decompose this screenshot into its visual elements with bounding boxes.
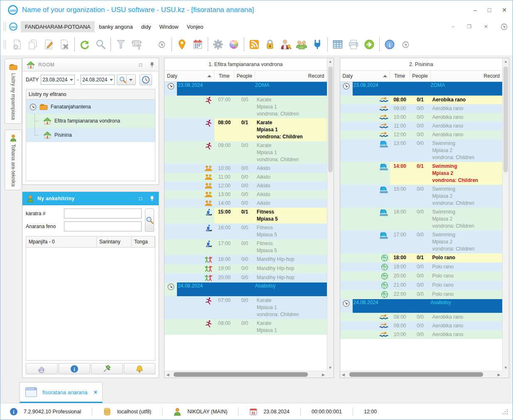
mdi-more-icon[interactable] — [501, 23, 508, 30]
expand-icon[interactable] — [343, 300, 350, 307]
current-maximize-button[interactable]: □ — [139, 196, 142, 201]
scroll-thumb[interactable] — [174, 372, 308, 377]
column-time[interactable]: Time — [214, 71, 234, 81]
tab-close-icon[interactable]: × — [94, 389, 97, 395]
schedule-slot-row[interactable]: 13:000/0SwimmingMpiasa 2vondrona: Childr… — [340, 139, 503, 162]
date-to-combobox[interactable]: 24.08.2024 — [81, 75, 115, 85]
visitor-col-mpanjifa-0[interactable]: Mpanjifa - 0 — [26, 236, 97, 247]
plug-button[interactable] — [309, 36, 325, 53]
search-button[interactable] — [117, 74, 136, 85]
column-people[interactable]: People — [410, 71, 431, 81]
expand-icon[interactable] — [29, 103, 37, 111]
date-from-combobox[interactable]: 23.08.2024 — [41, 75, 75, 85]
user-key-button[interactable] — [278, 36, 294, 53]
scroll-left-icon[interactable]: ◀ — [340, 373, 347, 377]
column-daty[interactable]: Daty — [340, 71, 390, 81]
full-name-input[interactable] — [64, 221, 142, 231]
card-number-input[interactable] — [64, 209, 142, 219]
schedule-slot-row[interactable]: 16:000/0SwimmingMpiasa 2vondrona: Childr… — [340, 208, 503, 231]
tree-node-fanatanjahantena[interactable]: Fanatanjahantena — [26, 100, 155, 114]
expand-icon[interactable] — [343, 83, 350, 90]
schedule-slot-row[interactable]: 19:000/0Polo rano — [340, 263, 503, 272]
delete-record-button[interactable] — [56, 36, 72, 53]
expand-icon[interactable] — [167, 83, 174, 90]
date-banner-row[interactable]: 23.08.2024ZOMA — [340, 82, 503, 96]
side-tab-lisitry-ny-mpampiasa[interactable]: Lisitry ny mpampiasa — [5, 59, 22, 124]
horizontal-scrollbar[interactable]: ◀▶ — [164, 371, 327, 378]
scroll-down-icon[interactable]: ▼ — [327, 364, 334, 371]
filter-button[interactable] — [113, 36, 129, 53]
rss-feed-button[interactable] — [246, 36, 262, 53]
schedule-slot-row[interactable]: 08:000/0KarateMpiasa 1 — [164, 319, 327, 335]
column-time[interactable]: Time — [390, 71, 410, 81]
printer-button[interactable] — [346, 36, 361, 53]
schedule-slot-row[interactable]: 11:000/0Aikido — [164, 173, 327, 182]
schedule-slot-row[interactable]: 10:000/0Aikido — [164, 164, 327, 173]
tree-node-pisinina[interactable]: Pisinina — [26, 128, 155, 142]
document-tab[interactable]: fisoratana anarana × — [20, 382, 103, 403]
column-people[interactable]: People — [234, 71, 255, 81]
schedule-slot-row[interactable]: 09:000/0Aerobika rano — [340, 104, 503, 113]
search-dropdown[interactable] — [126, 75, 134, 85]
pin-button[interactable] — [91, 363, 123, 374]
mdi-close-button[interactable]: ✕ — [484, 24, 488, 29]
schedule-slot-row[interactable]: 16:000/0FitnessMpiasa 5 — [164, 224, 327, 239]
schedule-slot-row[interactable]: 08:000/1KarateMpiasa 1vondrona: Children — [164, 118, 327, 141]
schedule-slot-row[interactable]: 15:000/0SwimmingMpiasa 2vondrona: Childr… — [340, 185, 503, 208]
scroll-up-icon[interactable]: ▲ — [327, 58, 334, 65]
date-banner-row[interactable]: 24.08.2024Asabotsy — [340, 299, 503, 313]
copy-record-button[interactable] — [25, 36, 41, 53]
toolbar-grip[interactable] — [4, 22, 6, 31]
lock-button[interactable] — [262, 36, 278, 53]
scroll-up-icon[interactable]: ▲ — [503, 58, 509, 65]
circle-arrow-button[interactable] — [154, 36, 169, 53]
maximize-button[interactable]: □ — [488, 7, 491, 13]
schedule-slot-row[interactable]: 22:000/0Polo rano — [340, 290, 503, 299]
visitor-col-sarintany[interactable]: Sarintany — [97, 236, 132, 247]
room-pin-icon[interactable] — [150, 62, 155, 68]
refresh-button[interactable] — [77, 36, 93, 53]
column-record[interactable]: Record — [255, 71, 327, 81]
settings-gear-button[interactable] — [210, 36, 226, 53]
schedule-slot-row[interactable]: 07:000/0KarateMpiasa 1vondrona: Children — [164, 296, 327, 319]
location-pin-button[interactable] — [174, 36, 190, 53]
schedule-slot-row[interactable]: 17:000/0FitnessMpiasa 5 — [164, 239, 327, 255]
chevron-down-icon[interactable] — [110, 79, 113, 81]
visitor-table-body[interactable] — [26, 248, 155, 361]
search-button[interactable] — [93, 36, 108, 53]
schedule-slot-row[interactable]: 18:000/0Mandihy Hip-hop — [164, 255, 327, 264]
resize-grip[interactable] — [502, 408, 508, 415]
visitor-col-tonga[interactable]: Tonga — [132, 236, 155, 247]
edit-record-button[interactable] — [41, 36, 56, 53]
schedule-slot-row[interactable]: 19:000/0Mandihy Hip-hop — [164, 264, 327, 273]
scroll-thumb[interactable] — [349, 372, 484, 377]
menu-item-fandaharam-potoana[interactable]: FANDAHARAM-POTOANA — [21, 21, 95, 32]
schedule-slot-row[interactable]: 12:000/0Aikido — [164, 182, 327, 190]
side-tab-tohana-ara-teknika[interactable]: Tohana ara-teknika — [5, 130, 22, 190]
scroll-left-icon[interactable]: ◀ — [164, 373, 171, 377]
users-group-button[interactable] — [294, 36, 309, 53]
minimize-button[interactable]: – — [474, 7, 477, 13]
schedule-slot-row[interactable]: 20:000/0Mandihy Hip-hop — [164, 273, 327, 282]
grid-table-button[interactable] — [330, 36, 346, 53]
scroll-right-icon[interactable]: ▶ — [496, 373, 502, 377]
menu-item-vonjeo[interactable]: Vonjeo — [183, 21, 208, 32]
schedule-slot-row[interactable]: 13:000/0Aikido — [164, 190, 327, 199]
chevron-down-icon[interactable] — [70, 79, 73, 81]
date-banner-row[interactable]: 23.08.2024ZOMA — [164, 82, 327, 96]
vertical-scrollbar[interactable]: ▲▼ — [502, 58, 509, 371]
schedule-slot-row[interactable]: 09:000/0Aerobika rano — [340, 322, 503, 330]
clock-button[interactable] — [140, 74, 152, 85]
close-button[interactable]: ✕ — [502, 7, 507, 13]
expand-icon[interactable] — [167, 283, 174, 290]
new-record-button[interactable] — [9, 36, 25, 53]
schedule-slot-row[interactable]: 12:000/0Aerobika rano — [340, 130, 503, 139]
menu-item-banky-angona[interactable]: banky angona — [95, 21, 137, 32]
toolbar-grip-2[interactable] — [4, 40, 6, 49]
current-pin-icon[interactable] — [150, 196, 155, 201]
schedule-slot-row[interactable]: 14:000/0Aikido — [164, 199, 327, 208]
mdi-restore-button[interactable]: ❐ — [467, 24, 471, 29]
schedule-slot-row[interactable]: 08:000/1Aerobika rano — [340, 96, 503, 104]
horizontal-scrollbar[interactable]: ◀▶ — [340, 371, 503, 378]
scroll-thumb[interactable] — [503, 66, 508, 172]
